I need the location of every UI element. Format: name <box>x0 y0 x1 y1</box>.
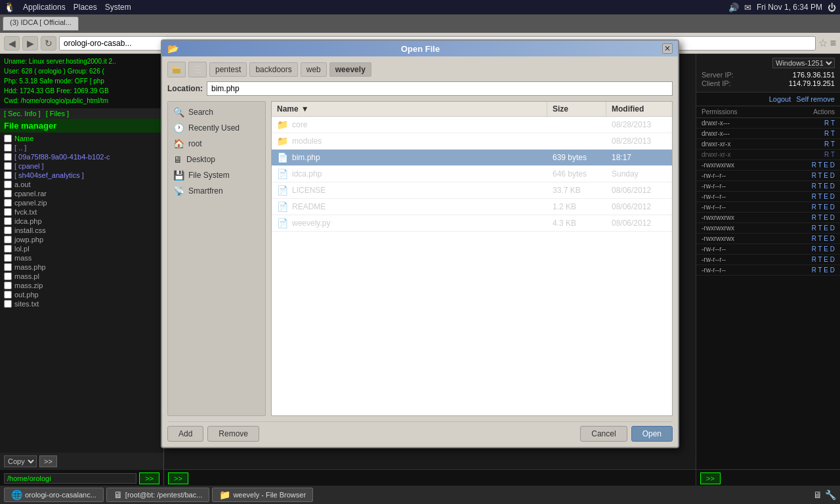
places-item-search[interactable]: 🔍 Search <box>168 104 265 120</box>
power-icon[interactable]: ⏻ <box>828 3 836 12</box>
list-item[interactable]: a.out <box>0 180 163 189</box>
open-button[interactable]: Open <box>631 426 673 442</box>
perm-actions[interactable]: R T E D <box>812 245 835 253</box>
file-row-idca-php[interactable]: 📄 idca.php 646 bytes Sunday <box>272 166 672 182</box>
modified-column-header[interactable]: Modified <box>606 102 672 116</box>
add-button[interactable]: Add <box>167 426 203 442</box>
list-item[interactable]: [ .. ] <box>0 143 163 152</box>
breadcrumb-backdoors[interactable]: backdoors <box>249 62 297 77</box>
cancel-button[interactable]: Cancel <box>580 426 627 442</box>
refresh-button[interactable]: ↻ <box>41 36 56 51</box>
list-item[interactable]: [ 09a75f88-9a00-41b4-b102-c <box>0 152 163 161</box>
file-row-license[interactable]: 📄 LICENSE 33.7 KB 08/06/2012 <box>272 182 672 199</box>
perm-actions[interactable]: R T E D <box>812 182 835 190</box>
right-go-btn[interactable]: >> <box>700 472 721 484</box>
dialog-nav-folder-icon[interactable] <box>167 62 186 77</box>
applications-menu[interactable]: Applications <box>23 3 66 12</box>
dialog-view-toggle-icon[interactable]: ☰ <box>188 62 207 77</box>
path-input[interactable] <box>4 473 136 484</box>
file-row-readme[interactable]: 📄 README 1.2 KB 08/06/2012 <box>272 199 672 215</box>
path-go-btn-1[interactable]: >> <box>139 472 159 484</box>
list-item[interactable]: install.css <box>0 226 163 235</box>
list-item[interactable]: [ sh404sef_analytics ] <box>0 171 163 180</box>
item-checkbox[interactable] <box>4 208 12 216</box>
select-all-checkbox[interactable] <box>4 135 12 142</box>
breadcrumb-weevely[interactable]: weevely <box>329 62 371 77</box>
item-checkbox[interactable] <box>4 254 12 262</box>
places-item-recently-used[interactable]: 🕐 Recently Used <box>168 120 265 136</box>
browser-tab[interactable]: (3) IDCA [ Official... <box>3 16 79 31</box>
location-input[interactable] <box>207 81 673 96</box>
places-item-root[interactable]: 🏠 root <box>168 136 265 152</box>
encoding-select[interactable]: Windows-1251 <box>772 58 835 68</box>
sec-info-link[interactable]: [ Sec. Info ] <box>4 110 41 117</box>
list-item[interactable]: cpanel.rar <box>0 189 163 198</box>
perm-actions[interactable]: R T E D <box>812 172 835 179</box>
list-item[interactable]: cpanel.zip <box>0 198 163 207</box>
bookmark-star[interactable]: ☆ <box>818 37 828 49</box>
item-checkbox[interactable] <box>4 144 12 152</box>
dialog-close-button[interactable]: ✕ <box>662 43 673 54</box>
breadcrumb-web[interactable]: web <box>301 62 327 77</box>
perm-actions[interactable]: R T E D <box>812 214 835 221</box>
item-checkbox[interactable] <box>4 226 12 234</box>
perm-actions[interactable]: R T E D <box>812 161 835 169</box>
item-checkbox[interactable] <box>4 263 12 271</box>
terminal-btn[interactable]: >> <box>168 472 188 484</box>
places-item-desktop[interactable]: 🖥 Desktop <box>168 152 265 167</box>
breadcrumb-pentest[interactable]: pentest <box>209 62 247 77</box>
item-checkbox[interactable] <box>4 245 12 253</box>
perm-actions[interactable]: R T E D <box>812 203 835 211</box>
perm-actions[interactable]: R T E D <box>812 193 835 200</box>
item-checkbox[interactable] <box>4 180 12 188</box>
copy-go-button[interactable]: >> <box>39 455 57 467</box>
file-row-weevely-py[interactable]: 📄 weevely.py 4.3 KB 08/06/2012 <box>272 215 672 232</box>
size-column-header[interactable]: Size <box>547 102 606 116</box>
copy-action-select[interactable]: Copy <box>4 455 37 467</box>
perm-actions[interactable]: R T <box>824 119 835 127</box>
list-item[interactable]: sites.txt <box>0 299 163 308</box>
perm-actions[interactable]: R T E D <box>812 266 835 274</box>
perm-actions[interactable]: R T <box>824 140 835 148</box>
browser-menu-icon[interactable]: ≡ <box>830 37 836 49</box>
list-item[interactable]: fvck.txt <box>0 207 163 217</box>
item-checkbox[interactable] <box>4 190 12 198</box>
perm-actions[interactable]: R T E D <box>812 224 835 232</box>
list-item[interactable]: mass.zip <box>0 281 163 290</box>
places-item-smartfren[interactable]: 📡 Smartfren <box>168 183 265 199</box>
list-item[interactable]: jowp.php <box>0 235 163 244</box>
name-column-header[interactable]: Name ▼ <box>272 102 547 116</box>
item-checkbox[interactable] <box>4 162 12 170</box>
forward-button[interactable]: ▶ <box>22 36 38 51</box>
list-item[interactable]: idca.php <box>0 217 163 226</box>
list-item[interactable]: mass.php <box>0 262 163 272</box>
taskbar-item-browser[interactable]: 🌐 orologi-oro-casalanc... <box>4 488 104 502</box>
item-checkbox[interactable] <box>4 282 12 289</box>
places-item-filesystem[interactable]: 💾 File System <box>168 167 265 183</box>
remove-button[interactable]: Remove <box>207 426 259 442</box>
files-link[interactable]: [ Files ] <box>46 110 69 117</box>
system-menu[interactable]: System <box>105 3 131 12</box>
perm-actions[interactable]: R T <box>824 151 835 158</box>
self-remove-link[interactable]: Self remove <box>796 95 835 103</box>
item-checkbox[interactable] <box>4 153 12 161</box>
list-item[interactable]: lol.pl <box>0 244 163 253</box>
file-row-bim-php[interactable]: 📄 bim.php 639 bytes 18:17 <box>272 150 672 166</box>
back-button[interactable]: ◀ <box>4 36 20 51</box>
file-row-modules[interactable]: 📁 modules 08/28/2013 <box>272 133 672 150</box>
taskbar-item-terminal[interactable]: 🖥 [root@bt: /pentest/bac... <box>106 488 210 502</box>
item-checkbox[interactable] <box>4 272 12 280</box>
item-checkbox[interactable] <box>4 199 12 207</box>
logout-link[interactable]: Logout <box>769 95 791 103</box>
list-item[interactable]: out.php <box>0 290 163 299</box>
file-row-core[interactable]: 📁 core 08/28/2013 <box>272 117 672 133</box>
list-item[interactable]: [ cpanel ] <box>0 161 163 171</box>
list-item[interactable]: mass <box>0 253 163 262</box>
item-checkbox[interactable] <box>4 171 12 179</box>
perm-actions[interactable]: R T <box>824 130 835 137</box>
taskbar-item-filebrowser[interactable]: 📁 weevely - File Browser <box>212 488 313 502</box>
item-checkbox[interactable] <box>4 236 12 243</box>
list-item[interactable]: mass.pl <box>0 272 163 281</box>
item-checkbox[interactable] <box>4 300 12 308</box>
item-checkbox[interactable] <box>4 291 12 299</box>
